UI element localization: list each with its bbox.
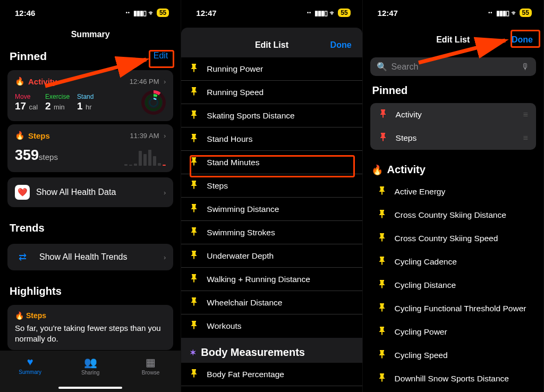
edit-list-row[interactable]: Skating Sports Distance bbox=[181, 104, 362, 127]
pinned-heading: Pinned bbox=[10, 50, 47, 63]
edit-list-row[interactable]: Body Fat Percentage bbox=[181, 363, 362, 386]
activity-rings-icon bbox=[141, 90, 166, 115]
pin-icon[interactable] bbox=[190, 134, 198, 144]
battery-indicator: 55 bbox=[520, 8, 532, 17]
edit-list-row[interactable]: Stand Minutes bbox=[181, 151, 362, 174]
activity-row[interactable]: Cycling Distance bbox=[363, 274, 543, 297]
status-bar: 12:46 •• ▮▮▮▯ ᯤ 55 bbox=[0, 0, 181, 20]
edit-list-row[interactable]: Stand Hours bbox=[181, 127, 362, 151]
highlight-steps-card[interactable]: 🔥 Steps So far, you're taking fewer step… bbox=[7, 305, 173, 350]
pin-icon[interactable] bbox=[378, 327, 386, 337]
edit-list-body[interactable]: Running PowerRunning SpeedSkating Sports… bbox=[181, 57, 362, 392]
pin-icon[interactable] bbox=[190, 274, 198, 285]
activity-row[interactable]: Cycling Functional Threshold Power bbox=[363, 297, 543, 320]
modal-title: Edit List bbox=[436, 35, 470, 45]
pin-icon[interactable] bbox=[378, 186, 386, 197]
pin-icon[interactable] bbox=[190, 204, 198, 215]
activity-row[interactable]: Cycling Cadence bbox=[363, 250, 543, 274]
body-icon: ✶ bbox=[190, 348, 197, 357]
pin-icon[interactable] bbox=[378, 303, 386, 314]
pin-icon[interactable] bbox=[378, 233, 386, 244]
edit-list-row[interactable]: Workouts bbox=[181, 314, 362, 338]
recording-indicator-icon: •• bbox=[307, 10, 311, 15]
pin-icon[interactable] bbox=[378, 350, 386, 361]
tab-browse[interactable]: ▦ Browse bbox=[127, 356, 175, 392]
row-label: Workouts bbox=[207, 321, 241, 331]
row-label: Running Power bbox=[207, 64, 263, 74]
activity-row[interactable]: Active Energy bbox=[363, 180, 543, 203]
modal-header: Edit List Done bbox=[181, 28, 362, 57]
pin-icon[interactable] bbox=[190, 110, 198, 121]
activity-row[interactable]: Cross Country Skiing Speed bbox=[363, 227, 543, 250]
edit-list-row[interactable]: Wheelchair Distance bbox=[181, 291, 362, 314]
edit-button[interactable]: Edit bbox=[150, 49, 172, 63]
pin-icon[interactable] bbox=[190, 227, 198, 238]
move-metric: Move 17 cal bbox=[15, 93, 38, 112]
pin-icon[interactable] bbox=[190, 87, 198, 98]
edit-list-row[interactable]: Swimming Strokes bbox=[181, 221, 362, 244]
pin-icon[interactable] bbox=[378, 210, 386, 220]
pin-icon[interactable] bbox=[190, 321, 198, 331]
drag-handle-icon[interactable]: ≡ bbox=[523, 110, 528, 120]
done-button[interactable]: Done bbox=[509, 34, 535, 46]
grid-icon: ▦ bbox=[127, 356, 175, 369]
battery-indicator: 55 bbox=[157, 8, 169, 17]
unpin-icon[interactable] bbox=[379, 109, 387, 120]
section-activity: Activity bbox=[363, 155, 543, 180]
pinned-section-header: Pinned Edit bbox=[0, 44, 181, 67]
show-all-trends-button[interactable]: ⇄ Show All Health Trends › bbox=[7, 244, 173, 270]
trends-heading: Trends bbox=[0, 212, 181, 238]
people-icon: 👥 bbox=[66, 356, 114, 369]
activity-row[interactable]: Cycling Power bbox=[363, 320, 543, 344]
steps-card[interactable]: 🔥 Steps 11:39 AM › 359steps bbox=[7, 124, 173, 172]
pin-icon[interactable] bbox=[378, 280, 386, 291]
row-label: Skating Sports Distance bbox=[207, 111, 294, 121]
status-time: 12:47 bbox=[196, 8, 216, 18]
pin-icon[interactable] bbox=[190, 181, 198, 191]
drag-handle-icon[interactable]: ≡ bbox=[523, 133, 528, 143]
nav-title: Summary bbox=[0, 20, 181, 44]
status-icons: •• ▮▮▮▯ ᯤ 55 bbox=[307, 8, 351, 17]
section-body-measurements: ✶ Body Measurements bbox=[181, 338, 362, 363]
pin-icon[interactable] bbox=[378, 257, 386, 267]
row-label: Cycling Power bbox=[395, 327, 447, 337]
tab-summary[interactable]: ♥ Summary bbox=[6, 356, 54, 392]
activity-row[interactable]: Downhill Snow Sports Distance bbox=[363, 367, 543, 390]
pinned-row[interactable]: Activity≡ bbox=[370, 103, 536, 126]
edit-list-row[interactable]: Underwater Depth bbox=[181, 244, 362, 268]
activity-card[interactable]: 🔥 Activity 12:46 PM › Move 17 cal Exerci… bbox=[7, 70, 173, 121]
search-field[interactable]: 🔍 Search 🎙 bbox=[370, 57, 536, 76]
show-all-health-data-button[interactable]: ❤️ Show All Health Data › bbox=[7, 177, 173, 207]
pin-icon[interactable] bbox=[190, 64, 198, 74]
activity-row[interactable]: Cross Country Skiing Distance bbox=[363, 203, 543, 227]
wifi-icon: ᯤ bbox=[148, 9, 155, 17]
pin-icon[interactable] bbox=[190, 369, 198, 380]
edit-list-row[interactable]: Swimming Distance bbox=[181, 198, 362, 221]
row-label: Cross Country Skiing Distance bbox=[395, 210, 506, 220]
edit-list-row[interactable]: Walking + Running Distance bbox=[181, 268, 362, 291]
row-label: Underwater Depth bbox=[207, 251, 274, 261]
pin-icon[interactable] bbox=[190, 297, 198, 308]
unpin-icon[interactable] bbox=[379, 133, 387, 143]
row-label: Cycling Cadence bbox=[395, 257, 457, 267]
pinned-row[interactable]: Steps≡ bbox=[370, 126, 536, 150]
row-label: Stand Minutes bbox=[207, 158, 259, 167]
pin-icon[interactable] bbox=[378, 373, 386, 384]
modal-header: Edit List Done bbox=[363, 22, 543, 52]
edit-list-row[interactable]: Running Power bbox=[181, 57, 362, 81]
mic-icon[interactable]: 🎙 bbox=[521, 62, 530, 72]
flame-icon: 🔥 bbox=[15, 76, 25, 86]
edit-list-row[interactable]: Running Speed bbox=[181, 81, 362, 104]
pin-icon[interactable] bbox=[190, 157, 198, 168]
steps-timestamp: 11:39 AM › bbox=[130, 131, 166, 140]
row-label: Cross Country Skiing Speed bbox=[395, 234, 498, 243]
home-indicator[interactable] bbox=[58, 387, 122, 389]
activity-row[interactable]: Cycling Speed bbox=[363, 344, 543, 367]
done-button[interactable]: Done bbox=[328, 39, 354, 51]
pin-icon[interactable] bbox=[190, 251, 198, 261]
edit-list-row[interactable]: Body Mass Index bbox=[181, 386, 362, 392]
row-label: Active Energy bbox=[395, 187, 446, 197]
edit-list-row[interactable]: Steps bbox=[181, 174, 362, 198]
row-label: Running Speed bbox=[207, 88, 264, 97]
row-label: Walking + Running Distance bbox=[207, 275, 310, 284]
